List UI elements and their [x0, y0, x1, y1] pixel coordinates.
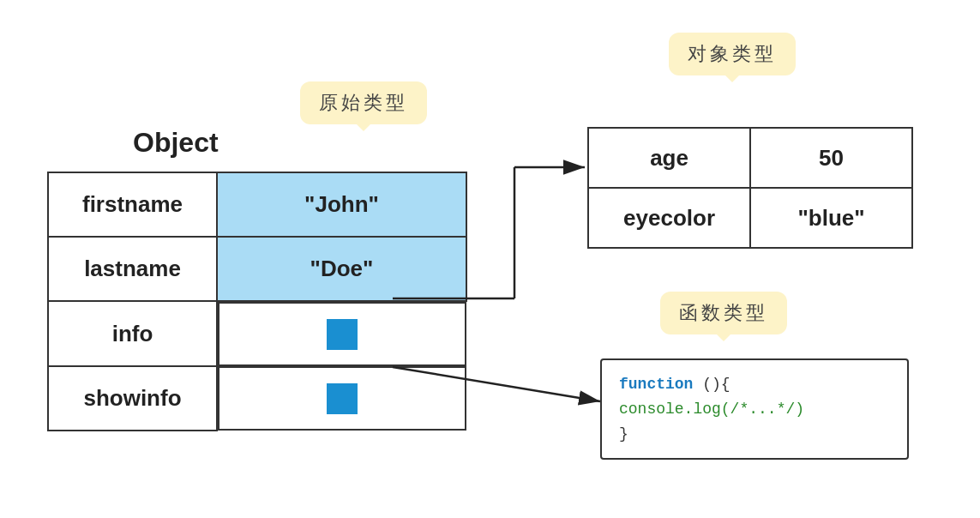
key-showinfo: showinfo [48, 366, 217, 431]
code-line-1: function (){ [619, 372, 890, 397]
function-code-box: function (){ console.log(/*...*/) } [600, 358, 909, 460]
keyword-function: function [619, 376, 693, 393]
code-close-brace: } [619, 425, 628, 443]
props-table: age 50 eyecolor "blue" [587, 127, 913, 249]
val-showinfo [218, 366, 466, 431]
object-table: firstname "John" lastname "Doe" info sho… [47, 172, 467, 431]
table-row: showinfo [48, 366, 466, 431]
table-row: age 50 [588, 128, 912, 188]
key-eyecolor: eyecolor [588, 188, 750, 248]
code-line-3: } [619, 422, 890, 447]
key-age: age [588, 128, 750, 188]
table-row: lastname "Doe" [48, 237, 466, 301]
ref-dot-info [327, 319, 358, 350]
key-lastname: lastname [48, 237, 217, 301]
table-row: firstname "John" [48, 172, 466, 237]
bubble-object: 对象类型 [669, 33, 796, 75]
code-line-2: console.log(/*...*/) [619, 397, 890, 422]
code-console: console.log(/*...*/) [619, 401, 804, 418]
val-info [218, 302, 466, 366]
val-age: 50 [750, 128, 912, 188]
code-parens: (){ [702, 376, 730, 393]
table-row: eyecolor "blue" [588, 188, 912, 248]
table-row: info [48, 301, 466, 366]
val-firstname: "John" [217, 172, 466, 237]
val-lastname: "Doe" [217, 237, 466, 301]
object-label: Object [133, 127, 219, 159]
diagram-container: Object 原始类型 对象类型 函数类型 firstname "John" l… [0, 0, 980, 518]
bubble-function: 函数类型 [660, 292, 787, 334]
val-eyecolor: "blue" [750, 188, 912, 248]
key-info: info [48, 301, 217, 366]
key-firstname: firstname [48, 172, 217, 237]
bubble-primitive: 原始类型 [300, 81, 427, 124]
ref-dot-showinfo [327, 383, 358, 414]
